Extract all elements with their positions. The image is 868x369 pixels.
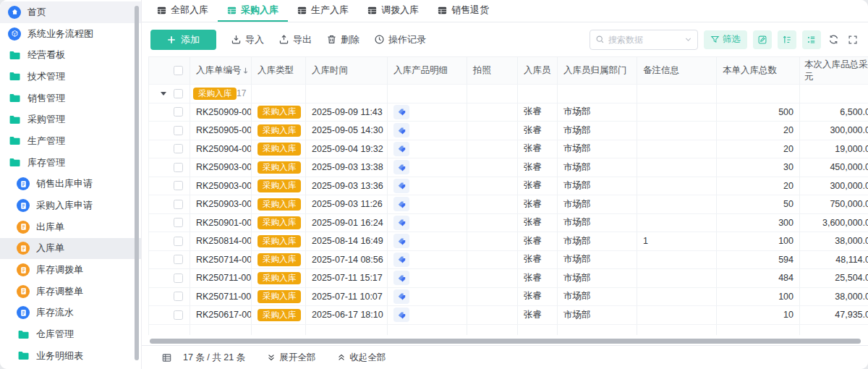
sidebar-item-label: 仓库管理: [36, 328, 74, 341]
operator-dept-text: 市场部: [563, 309, 591, 321]
operation-history-label: 操作记录: [388, 33, 426, 46]
sidebar-item-label: 入库单: [36, 242, 64, 255]
table-icon: [367, 6, 377, 15]
cell-product-detail: [388, 269, 467, 288]
product-detail-button[interactable]: [393, 142, 409, 156]
sidebar-item-sales-outbound-request[interactable]: 销售出库申请: [0, 174, 141, 195]
sidebar-item-purchase-inbound-request[interactable]: 采购入库申请: [0, 195, 141, 216]
expand-all-button[interactable]: 展开全部: [267, 352, 315, 364]
sidebar-scrollbar[interactable]: [135, 6, 139, 360]
row-checkbox[interactable]: [174, 273, 183, 283]
row-checkbox[interactable]: [174, 218, 183, 227]
document-icon: [17, 221, 30, 234]
sidebar-item-sales-management[interactable]: 销售管理: [0, 88, 141, 109]
row-count-text: 17 条 / 共 21 条: [183, 352, 245, 364]
operator-text: 张睿: [524, 198, 542, 211]
row-checkbox[interactable]: [174, 200, 183, 209]
operation-history-button[interactable]: 操作记录: [374, 33, 426, 46]
table-row: RK250814-001采购入库2025-08-14 16:49张睿市场部110…: [149, 232, 868, 251]
sidebar-item-label: 生产管理: [27, 135, 65, 148]
cell-remark: [637, 288, 717, 307]
folder-icon: [17, 328, 30, 341]
row-checkbox[interactable]: [174, 255, 183, 264]
sidebar-item-business-dashboard[interactable]: 经营看板: [0, 44, 141, 66]
row-checkbox[interactable]: [174, 237, 183, 246]
cell-remark: [637, 214, 717, 233]
tab-sales-return[interactable]: 销售退货: [428, 0, 498, 22]
group-checkbox[interactable]: [174, 89, 183, 98]
select-all-checkbox[interactable]: [174, 66, 183, 75]
sidebar-item-warehouse-management[interactable]: 仓库管理: [0, 323, 141, 345]
row-checkbox[interactable]: [174, 181, 183, 190]
row-height-button[interactable]: [778, 30, 796, 49]
order-code-text: RK250903-003: [196, 162, 252, 172]
chevron-down-icon[interactable]: [684, 35, 692, 43]
row-checkbox[interactable]: [174, 163, 183, 172]
group-view-button[interactable]: [802, 30, 821, 49]
sidebar-item-inventory-management[interactable]: 库存管理: [0, 152, 141, 174]
product-detail-button[interactable]: [393, 160, 409, 174]
operator-text: 张睿: [524, 106, 542, 118]
import-button[interactable]: 导入: [231, 33, 264, 46]
sidebar-item-label: 系统业务流程图: [27, 27, 93, 41]
sort-descending-icon[interactable]: [242, 67, 250, 75]
sidebar-item-inventory-flow[interactable]: 库存流水: [0, 302, 141, 324]
form-edit-button[interactable]: [753, 30, 772, 49]
refresh-button[interactable]: [827, 34, 841, 45]
operator-dept-text: 市场部: [563, 143, 591, 155]
cell-photo: [467, 195, 518, 214]
sidebar-item-inbound-order[interactable]: 入库单: [0, 238, 141, 260]
sidebar-item-outbound-order[interactable]: 出库单: [0, 216, 141, 238]
tab-all-inbound[interactable]: 全部入库: [148, 0, 218, 22]
horizontal-scrollbar[interactable]: [150, 339, 861, 344]
row-checkbox[interactable]: [174, 310, 183, 320]
product-detail-button[interactable]: [393, 105, 409, 119]
cell-operator: 张睿: [518, 195, 558, 214]
row-checkbox[interactable]: [174, 292, 183, 301]
total-qty-text: 100: [778, 236, 793, 246]
sidebar-item-production-management[interactable]: 生产管理: [0, 130, 141, 152]
cell-inbound-type: 采购入库: [252, 103, 306, 122]
tab-transfer-inbound[interactable]: 调拨入库: [358, 0, 428, 22]
sidebar-item-inventory-adjustment-order[interactable]: 库存调整单: [0, 281, 141, 302]
sidebar-item-system-flow-chart[interactable]: 系统业务流程图: [0, 23, 141, 45]
product-detail-button[interactable]: [393, 123, 409, 137]
product-detail-button[interactable]: [393, 308, 409, 322]
cell-remark: [637, 269, 717, 288]
cell-product-detail: [388, 140, 467, 159]
delete-button[interactable]: 删除: [326, 33, 359, 46]
sidebar-item-tech-management[interactable]: 技术管理: [0, 66, 141, 88]
sidebar-item-inventory-transfer-order[interactable]: 库存调拨单: [0, 259, 141, 281]
product-detail-button[interactable]: [393, 289, 409, 304]
product-detail-button[interactable]: [393, 216, 409, 230]
product-detail-button[interactable]: [393, 234, 409, 248]
collapse-all-button[interactable]: 收起全部: [337, 352, 386, 364]
filter-button[interactable]: 筛选: [704, 30, 747, 49]
product-detail-button[interactable]: [393, 271, 409, 285]
group-expander-caret[interactable]: [161, 92, 166, 96]
product-detail-button[interactable]: [393, 253, 409, 267]
product-detail-button[interactable]: [393, 197, 409, 211]
total-price-text: 38,000.0: [835, 292, 868, 302]
cell-operator-dept: 市场部: [558, 251, 637, 270]
summary-button[interactable]: [161, 353, 173, 362]
tab-production-inbound[interactable]: 生产入库: [288, 0, 358, 22]
row-checkbox[interactable]: [174, 107, 183, 116]
table-row: RK250904-001采购入库2025-09-04 19:32张睿市场部201…: [149, 140, 868, 159]
cell-total-qty: 484: [717, 269, 800, 288]
cell-operator: 张睿: [518, 251, 558, 270]
tab-purchase-inbound[interactable]: 采购入库: [218, 0, 288, 22]
operator-dept-text: 市场部: [563, 235, 591, 247]
cell-inbound-type: 采购入库: [252, 214, 306, 233]
export-button[interactable]: 导出: [278, 33, 312, 46]
cell-photo: [467, 306, 518, 325]
row-checkbox[interactable]: [174, 144, 183, 153]
row-checkbox[interactable]: [174, 126, 183, 135]
fullscreen-button[interactable]: [846, 35, 859, 45]
product-detail-button[interactable]: [393, 179, 409, 193]
search-input[interactable]: [608, 35, 681, 45]
sidebar-item-home[interactable]: 首页: [0, 1, 141, 23]
sidebar-item-purchase-management[interactable]: 采购管理: [0, 109, 141, 130]
add-button[interactable]: 添加: [150, 30, 216, 50]
sidebar-item-business-detail-table[interactable]: 业务明细表: [0, 345, 141, 367]
